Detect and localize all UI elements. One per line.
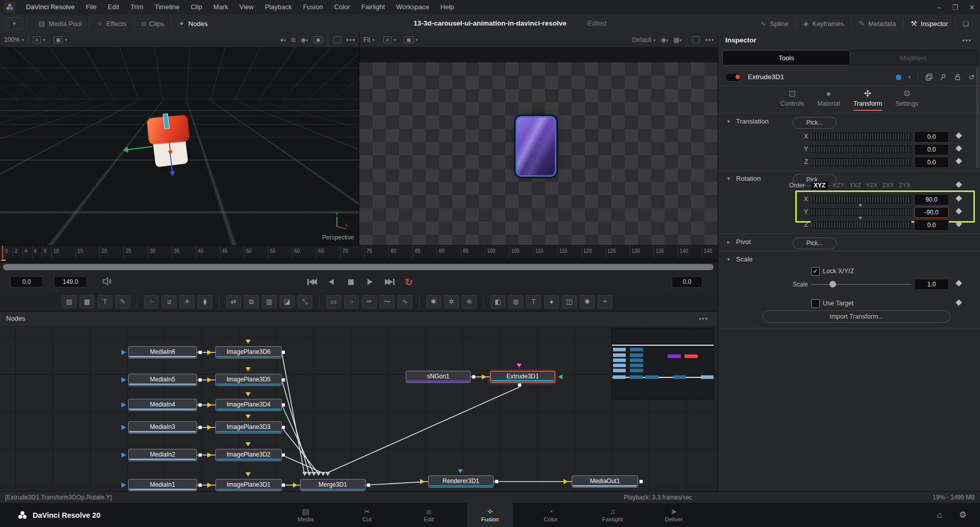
translation-x-value[interactable]: 0.0 [914, 131, 949, 142]
connector-arrow[interactable] [420, 479, 425, 484]
menu-playback[interactable]: Playback [259, 0, 298, 14]
merge3d-viewport[interactable]: Y X Perspective [0, 47, 359, 245]
paint-icon[interactable]: ✎ [115, 295, 130, 308]
menu-view[interactable]: View [234, 0, 259, 14]
translation-y-keyframe-icon[interactable] [955, 145, 962, 152]
connector-arrow[interactable] [246, 392, 251, 396]
scale-slider-handle[interactable] [829, 281, 836, 288]
connector-square[interactable] [198, 483, 202, 487]
page-button-fairlight[interactable]: ♫Fairlight [590, 503, 635, 527]
connector-arrow[interactable] [246, 415, 251, 419]
stop-button[interactable] [345, 276, 356, 288]
rotation-section-header[interactable]: ▾Rotation [727, 175, 761, 182]
connector-square[interactable] [281, 350, 285, 354]
loop-button[interactable]: ↻ [403, 276, 414, 288]
translation-y-value[interactable]: 0.0 [914, 144, 949, 155]
rotation-order-xyz[interactable]: XYZ [811, 181, 828, 189]
connector-square[interactable] [281, 425, 285, 429]
menu-color[interactable]: Color [329, 0, 356, 14]
scale-section-header[interactable]: ▾Scale [727, 255, 753, 263]
connector-arrow[interactable] [207, 483, 212, 488]
scale-value[interactable]: 1.0 [914, 279, 949, 290]
toolbar-button-nodes[interactable]: ⚬Nodes [172, 14, 214, 33]
node-imageplane3d6[interactable]: ImagePlane3D6 [215, 346, 282, 358]
merge-3d-icon[interactable]: ● [544, 295, 559, 308]
node-imageplane3d5[interactable]: ImagePlane3D5 [215, 374, 282, 386]
tab-modifiers[interactable]: Modifiers [850, 51, 977, 65]
mediaout-viewport[interactable] [359, 47, 718, 245]
render-range-end-field[interactable]: 149.0 [54, 276, 87, 288]
lock-xyz-checkbox[interactable]: ✓ [811, 267, 820, 276]
light-3d-icon[interactable]: ✺ [580, 295, 595, 308]
node-sngon1[interactable]: sNGon1 [406, 371, 471, 383]
connector-square[interactable] [639, 480, 643, 484]
connector-arrow[interactable] [517, 364, 522, 368]
connector-square[interactable] [281, 483, 285, 487]
brightness-contrast-icon[interactable]: ☀ [180, 295, 194, 308]
connector-arrow[interactable] [246, 472, 251, 476]
particle-render-icon[interactable]: ❊ [462, 295, 477, 308]
node-mediain4[interactable]: MediaIn4 [128, 399, 197, 411]
translation-y-slider[interactable] [811, 146, 912, 153]
menu-workspace[interactable]: Workspace [390, 0, 435, 14]
go-to-end-button[interactable] [384, 276, 395, 288]
toolbar-button-media-pool[interactable]: ▤Media Pool [31, 14, 89, 33]
left-viewer-buffer-dropdown[interactable]: ▦▾ [50, 33, 71, 47]
color-wheel-icon[interactable]: ◉▾ [660, 36, 668, 43]
node-graph[interactable]: MediaIn6ImagePlane3D6MediaIn5ImagePlane3… [0, 326, 718, 491]
lut-dropdown[interactable]: Default ▾ [632, 36, 656, 43]
nodes-options-icon[interactable]: ••• [699, 312, 708, 326]
connector-arrow[interactable] [246, 367, 251, 371]
rotation-order-zyx[interactable]: ZYX [899, 182, 911, 189]
category-tab-material[interactable]: ●Material [817, 89, 840, 107]
menu-trim[interactable]: Trim [125, 0, 150, 14]
node-merge3d1[interactable]: Merge3D1 [300, 479, 365, 491]
roi-icon[interactable]: ▣ [313, 36, 323, 43]
translation-z-keyframe-icon[interactable] [955, 158, 962, 164]
rotation-order-yxz[interactable]: YXZ [849, 182, 861, 189]
current-frame-field[interactable]: 0.0 [672, 276, 702, 288]
connector-arrow[interactable] [207, 452, 212, 458]
polygon-mask-icon[interactable]: ✑ [362, 295, 377, 308]
category-tab-settings[interactable]: ⚙Settings [895, 89, 918, 107]
connector-square[interactable] [198, 425, 202, 429]
node-color-dot[interactable] [896, 75, 901, 80]
left-viewer-channel-a-dropdown[interactable]: A▾ [29, 33, 50, 47]
connector-square[interactable] [198, 453, 202, 457]
connector-arrow[interactable] [482, 374, 486, 379]
connector-square[interactable] [281, 403, 285, 407]
expand-viewer-icon[interactable] [692, 36, 700, 43]
playhead-marker[interactable] [1, 259, 6, 261]
use-target-checkbox[interactable] [811, 299, 820, 308]
shape-3d-icon[interactable]: ◍ [508, 295, 523, 308]
inspector-options-icon[interactable]: ••• [962, 33, 972, 48]
page-button-edit[interactable]: ⧈Edit [406, 503, 452, 527]
connector-arrow[interactable] [458, 469, 463, 473]
rotation-z-slider[interactable] [811, 221, 912, 229]
spline-mask-icon[interactable]: ∿ [398, 295, 412, 308]
render-range-start-field[interactable]: 0.0 [10, 276, 43, 288]
menu-fusion[interactable]: Fusion [298, 0, 329, 14]
node-imageplane3d2[interactable]: ImagePlane3D2 [215, 449, 282, 461]
page-button-media[interactable]: ▤Media [283, 503, 329, 527]
node-extrude3d1[interactable]: Extrude3D1 [490, 371, 555, 383]
connector-arrow[interactable] [246, 442, 251, 446]
scale-slider[interactable] [811, 284, 911, 285]
right-viewer-buffer-dropdown[interactable]: ▦▾ [400, 33, 422, 47]
toolbar-button-spline[interactable]: ∿Spline [753, 14, 796, 33]
pivot-section-header[interactable]: ▸Pivot [727, 238, 751, 246]
node-mediain1[interactable]: MediaIn1 [128, 479, 197, 491]
right-viewer-zoom-dropdown[interactable]: Fit▾ [359, 33, 379, 47]
toolbar-button-keyframes[interactable]: ◈Keyframes [796, 14, 851, 33]
connector-arrow[interactable] [207, 350, 212, 355]
merge-icon[interactable]: ⧉ [244, 295, 259, 308]
lock-icon[interactable] [954, 74, 961, 81]
versions-icon[interactable] [925, 74, 933, 81]
channel-booleans-icon[interactable]: ▥ [262, 295, 277, 308]
category-tab-transform[interactable]: ✣Transform [853, 89, 883, 111]
connector-square[interactable] [198, 403, 202, 407]
connector-arrow[interactable] [564, 479, 568, 484]
toolbar-button-clips[interactable]: ⧈Clips [134, 14, 172, 33]
rectangle-mask-icon[interactable]: ▭ [326, 295, 341, 308]
menu-fairlight[interactable]: Fairlight [356, 0, 390, 14]
